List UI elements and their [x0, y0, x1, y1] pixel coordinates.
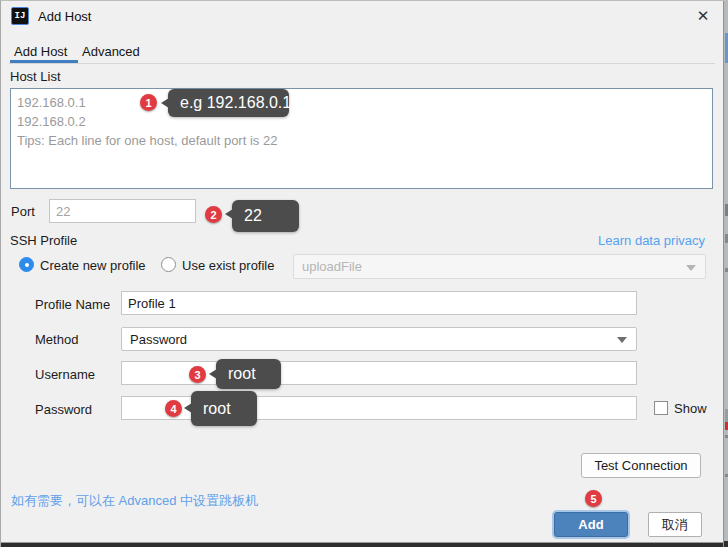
password-label: Password: [35, 402, 92, 417]
intellij-app-icon: IJ: [11, 7, 29, 25]
add-host-dialog: IJ Add Host ✕ Add Host Advanced Host Lis…: [0, 0, 728, 547]
advanced-jump-host-note[interactable]: 如有需要，可以在 Advanced 中设置跳板机: [11, 492, 258, 510]
annotation-tooltip-text: root: [203, 400, 231, 418]
tooltip-arrow-icon: [161, 98, 169, 108]
annotation-tooltip-text: 22: [244, 207, 262, 225]
annotation-badge-2: 2: [205, 206, 222, 223]
host-list-textarea[interactable]: 192.168.0.1 192.168.0.2 Tips: Each line …: [10, 88, 713, 189]
username-label: Username: [35, 367, 95, 382]
annotation-badge-3: 3: [189, 366, 206, 383]
tab-divider: [9, 63, 715, 64]
title-bar: IJ Add Host ✕: [1, 1, 723, 33]
port-label: Port: [11, 204, 35, 219]
create-new-profile-radio[interactable]: [19, 257, 34, 272]
annotation-tooltip-text: root: [228, 365, 256, 383]
host-list-placeholder-line: 192.168.0.1: [17, 93, 706, 112]
show-password-checkbox[interactable]: [654, 401, 668, 415]
port-input[interactable]: [49, 199, 196, 223]
background-editor-scrollbar: [723, 1, 728, 547]
annotation-badge-5: 5: [585, 490, 602, 507]
profile-name-input[interactable]: [121, 291, 637, 315]
tab-add-host[interactable]: Add Host: [14, 44, 67, 61]
host-list-placeholder-line: Tips: Each line for one host, default po…: [17, 131, 706, 150]
scrollbar-marker: [724, 541, 728, 547]
method-select-value: Password: [130, 332, 187, 347]
close-icon[interactable]: ✕: [691, 5, 715, 27]
annotation-tooltip-2: 22: [232, 200, 299, 232]
host-list-label: Host List: [10, 69, 61, 84]
exist-profile-select: uploadFile: [293, 254, 706, 279]
annotation-tooltip-1: e.g 192.168.0.1: [168, 89, 289, 117]
chevron-down-icon: [686, 265, 696, 271]
method-label: Method: [35, 332, 78, 347]
profile-name-label: Profile Name: [35, 297, 110, 312]
create-new-profile-label[interactable]: Create new profile: [40, 258, 146, 273]
test-connection-button[interactable]: Test Connection: [581, 453, 701, 478]
tooltip-arrow-icon: [184, 403, 192, 413]
tab-advanced[interactable]: Advanced: [82, 44, 140, 61]
learn-data-privacy-link[interactable]: Learn data privacy: [598, 233, 705, 248]
annotation-badge-4: 4: [165, 400, 182, 417]
add-button[interactable]: Add: [554, 512, 628, 537]
annotation-badge-1: 1: [140, 94, 157, 111]
ssh-profile-label: SSH Profile: [10, 233, 77, 248]
host-list-placeholder-line: 192.168.0.2: [17, 112, 706, 131]
annotation-tooltip-4: root: [191, 391, 257, 426]
background-window-edge: [1, 542, 728, 547]
tooltip-arrow-icon: [209, 369, 217, 379]
annotation-tooltip-text: e.g 192.168.0.1: [180, 94, 291, 112]
show-password-label[interactable]: Show: [674, 401, 707, 416]
exist-profile-select-value: uploadFile: [302, 259, 362, 274]
window-title: Add Host: [38, 9, 91, 24]
tooltip-arrow-icon: [225, 209, 233, 219]
chevron-down-icon: [617, 337, 627, 343]
use-exist-profile-radio[interactable]: [161, 257, 176, 272]
method-select[interactable]: Password: [121, 327, 637, 351]
cancel-button[interactable]: 取消: [648, 512, 702, 537]
annotation-tooltip-3: root: [216, 359, 281, 389]
use-exist-profile-label[interactable]: Use exist profile: [182, 258, 274, 273]
